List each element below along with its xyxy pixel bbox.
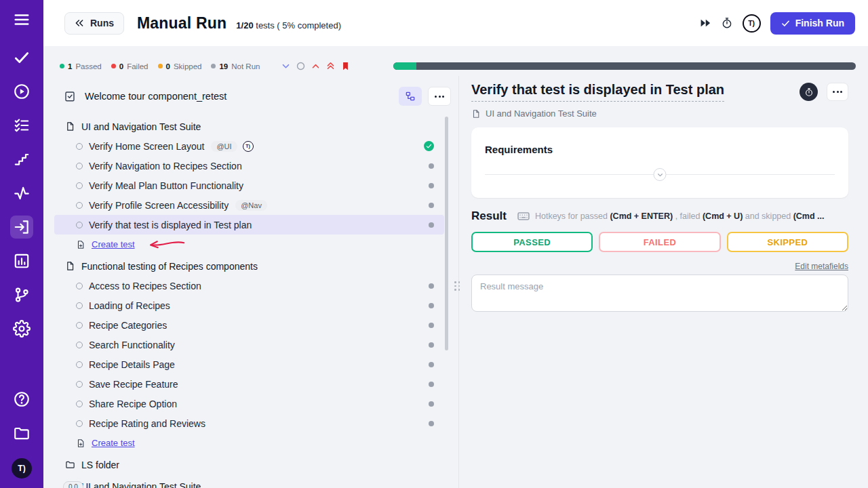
statusbar-items: 1Passed0Failed0Skipped19Not Run — [60, 59, 269, 73]
testomat-logo-icon[interactable]: T) — [743, 14, 761, 33]
test-row[interactable]: Verify Navigation to Recipes Section — [54, 156, 444, 176]
gear-icon[interactable] — [13, 320, 31, 338]
tag-badge: @Nav — [235, 200, 267, 211]
test-label: Recipe Details Page — [89, 359, 175, 370]
edit-metafields-link[interactable]: Edit metafields — [471, 262, 848, 271]
stopwatch-icon[interactable] — [721, 17, 733, 29]
ellipsis-icon — [435, 96, 444, 98]
folder-icon — [65, 460, 75, 470]
stat-not-run: 19Not Run — [211, 62, 260, 70]
fast-forward-icon[interactable] — [699, 17, 711, 29]
test-state-circle-icon — [76, 283, 83, 289]
test-row[interactable]: Verify Meal Plan Button Functionality — [54, 176, 444, 195]
edit-run-icon[interactable] — [64, 90, 76, 102]
passed-button[interactable]: PASSED — [471, 232, 593, 252]
suite-row[interactable]: UI and Navigation Test Suite — [54, 476, 444, 488]
tree-view-button[interactable] — [399, 87, 422, 106]
notrun-dot-icon — [429, 323, 434, 328]
result-buttons: PASSED FAILED SKIPPED — [471, 232, 848, 252]
test-state-circle-icon — [76, 381, 83, 388]
result-message-input[interactable] — [471, 274, 848, 312]
chevrons-up-filter-icon[interactable] — [326, 61, 336, 71]
test-state-circle-icon — [76, 322, 83, 329]
test-label: Recipe Categories — [89, 320, 167, 331]
suite-row[interactable]: Functional testing of Recipes components — [54, 256, 444, 276]
folder-icon[interactable] — [13, 424, 31, 442]
timer-button[interactable] — [800, 83, 818, 101]
detail-header: Verify that test is displayed in Test pl… — [471, 81, 848, 102]
test-title[interactable]: Verify that test is displayed in Test pl… — [471, 81, 724, 102]
test-row[interactable]: Verify Home Screen Layout@UIT) — [54, 136, 444, 156]
test-state-circle-icon — [76, 222, 83, 228]
tree-more-button[interactable] — [428, 87, 451, 106]
test-row[interactable]: Recipe Rating and Reviews — [54, 413, 444, 433]
panel-resize-handle[interactable] — [453, 277, 462, 296]
sidebar-top-icons — [10, 11, 33, 354]
activity-icon[interactable] — [13, 184, 31, 202]
finish-run-button[interactable]: Finish Run — [770, 12, 855, 35]
header-actions: T) Finish Run — [699, 12, 855, 35]
breadcrumb-suite-link[interactable]: UI and Navigation Test Suite — [471, 108, 848, 119]
back-to-runs-button[interactable]: Runs — [64, 12, 124, 35]
create-test-link[interactable]: Create test — [92, 438, 135, 448]
chevron-down-icon — [656, 171, 663, 178]
notrun-dot-icon — [429, 183, 434, 188]
play-circle-icon[interactable] — [13, 83, 31, 100]
folder-row[interactable]: LS folder — [54, 455, 444, 474]
file-plus-icon — [76, 240, 85, 249]
test-row[interactable]: Loading of Recipes — [54, 296, 444, 315]
requirements-expand-button[interactable] — [654, 168, 667, 181]
notrun-dot-icon — [429, 362, 434, 367]
sidebar-bottom-icons — [13, 390, 31, 458]
test-row[interactable]: Save Recipe Feature — [54, 374, 444, 394]
menu-icon[interactable] — [13, 11, 31, 28]
user-logo-avatar[interactable]: T) — [12, 458, 32, 479]
ellipsis-icon — [833, 91, 842, 93]
stat-passed: 1Passed — [60, 62, 102, 70]
run-progress-bar — [393, 62, 856, 70]
test-row[interactable]: Access to Recipes Section — [54, 276, 444, 296]
git-branch-icon[interactable] — [13, 286, 31, 304]
test-row[interactable]: Recipe Categories — [54, 315, 444, 335]
create-test-row: Create test — [54, 433, 444, 453]
test-state-circle-icon — [76, 420, 83, 427]
notrun-dot-icon — [429, 283, 434, 289]
passed-check-icon — [424, 141, 434, 151]
suite-label: Functional testing of Recipes components — [81, 261, 258, 272]
detail-more-button[interactable] — [827, 83, 848, 101]
status-dot-icon — [111, 64, 116, 68]
check-icon — [781, 19, 790, 28]
chevrons-left-icon — [75, 18, 84, 28]
test-label: Save Recipe Feature — [89, 379, 178, 390]
finish-run-label: Finish Run — [795, 18, 844, 28]
suite-label: UI and Navigation Test Suite — [81, 481, 201, 488]
create-test-link[interactable]: Create test — [92, 239, 135, 249]
test-label: Recipe Rating and Reviews — [89, 418, 205, 429]
test-label: Verify Meal Plan Button Functionality — [89, 180, 243, 191]
test-row[interactable]: Share Recipe Option — [54, 394, 444, 413]
sign-in-icon[interactable] — [10, 216, 33, 239]
test-row[interactable]: Verify that test is displayed in Test pl… — [54, 215, 444, 235]
test-row[interactable]: Recipe Details Page — [54, 354, 444, 374]
bar-chart-icon[interactable] — [13, 252, 31, 270]
list-check-icon[interactable] — [13, 117, 31, 134]
check-icon[interactable] — [13, 49, 31, 66]
tree-scrollbar-thumb[interactable] — [445, 117, 448, 350]
steps-icon[interactable] — [13, 150, 31, 168]
test-label: Verify Navigation to Recipes Section — [89, 161, 242, 171]
chevron-down-filter-icon[interactable] — [281, 61, 291, 71]
test-label: Access to Recipes Section — [89, 281, 201, 291]
priority-filter-icons — [281, 59, 351, 73]
testomat-logo-icon: T) — [243, 141, 254, 152]
bookmark-filter-icon[interactable] — [340, 61, 351, 71]
skipped-button[interactable]: SKIPPED — [727, 232, 848, 252]
test-row[interactable]: Search Functionality — [54, 335, 444, 354]
breadcrumb-label: UI and Navigation Test Suite — [486, 108, 597, 119]
help-circle-icon[interactable] — [13, 390, 31, 408]
suite-row[interactable]: UI and Navigation Test Suite — [54, 117, 444, 136]
circle-filter-icon[interactable] — [296, 61, 306, 71]
failed-button[interactable]: FAILED — [599, 232, 720, 252]
test-row[interactable]: Verify Profile Screen Accessibility@Nav — [54, 195, 444, 215]
chevron-up-filter-icon[interactable] — [311, 61, 321, 71]
test-label: Verify that test is displayed in Test pl… — [89, 220, 252, 230]
